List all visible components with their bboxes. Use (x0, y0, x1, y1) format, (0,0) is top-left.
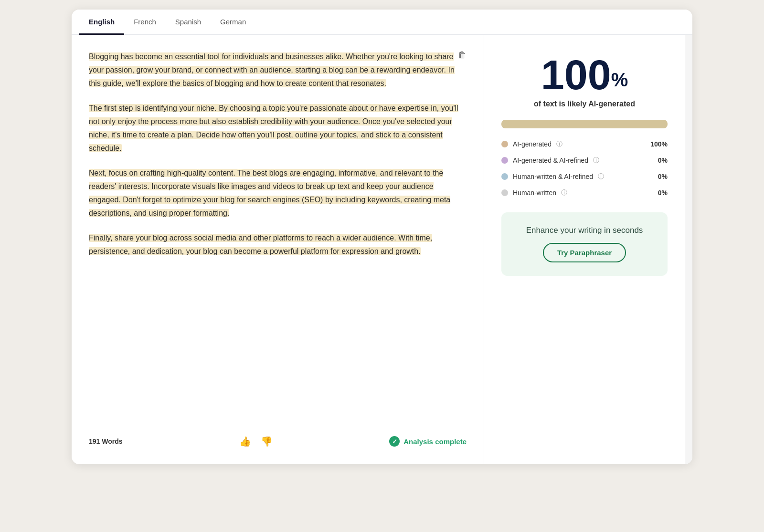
delete-icon[interactable]: 🗑 (458, 50, 467, 60)
main-container: English French Spanish German 🗑 Blogging… (72, 10, 692, 464)
stat-left-human-ai: Human-written & AI-refined ⓘ (501, 172, 604, 181)
tab-french[interactable]: French (124, 10, 166, 35)
human-ai-dot (501, 173, 508, 180)
stat-item-ai-generated: AI-generated ⓘ 100% (501, 140, 668, 148)
percentage-label: of text is likely AI-generated (501, 100, 668, 108)
word-count: 191 Words (89, 438, 123, 445)
ai-generated-value: 100% (650, 140, 668, 148)
tab-german[interactable]: German (211, 10, 255, 35)
ai-refined-dot (501, 157, 508, 164)
ai-refined-info-icon[interactable]: ⓘ (593, 156, 599, 165)
stat-item-human-ai: Human-written & AI-refined ⓘ 0% (501, 172, 668, 181)
stat-left-ai-refined: AI-generated & AI-refined ⓘ (501, 156, 599, 165)
left-footer: 191 Words 👍 👎 ✓ Analysis complete (89, 422, 467, 449)
stat-left-ai-generated: AI-generated ⓘ (501, 140, 562, 148)
stats-list: AI-generated ⓘ 100% AI-generated & AI-re… (501, 140, 668, 197)
analysis-label: Analysis complete (403, 438, 467, 446)
percentage-number: 100 (541, 51, 611, 98)
paragraph-3: Next, focus on crafting high-quality con… (89, 167, 467, 220)
try-paraphraser-button[interactable]: Try Paraphraser (543, 243, 626, 262)
human-label: Human-written (513, 189, 556, 197)
tab-english[interactable]: English (79, 10, 124, 35)
human-ai-info-icon[interactable]: ⓘ (598, 172, 604, 181)
stat-item-human: Human-written ⓘ 0% (501, 188, 668, 197)
human-info-icon[interactable]: ⓘ (561, 188, 567, 197)
check-circle-icon: ✓ (389, 436, 400, 447)
percentage-sign: % (611, 69, 628, 90)
ai-generated-info-icon[interactable]: ⓘ (556, 140, 562, 148)
tab-bar: English French Spanish German (72, 10, 692, 35)
right-edge-panel (685, 35, 692, 464)
human-ai-label: Human-written & AI-refined (513, 173, 593, 180)
main-body: 🗑 Blogging has become an essential tool … (72, 35, 692, 464)
percentage-display: 100% of text is likely AI-generated (501, 54, 668, 108)
highlighted-text-1: Blogging has become an essential tool fo… (89, 52, 455, 87)
enhance-box: Enhance your writing in seconds Try Para… (501, 212, 668, 276)
human-ai-value: 0% (658, 173, 668, 180)
thumbs-up-button[interactable]: 👍 (237, 434, 253, 449)
paragraph-2: The first step is identifying your niche… (89, 102, 467, 155)
ai-generated-label: AI-generated (513, 140, 552, 148)
paragraph-4: Finally, share your blog across social m… (89, 231, 467, 258)
highlighted-text-2: The first step is identifying your niche… (89, 104, 458, 152)
highlighted-text-4: Finally, share your blog across social m… (89, 234, 432, 255)
ai-generated-dot (501, 141, 508, 147)
human-dot (501, 189, 508, 196)
stat-item-ai-refined: AI-generated & AI-refined ⓘ 0% (501, 156, 668, 165)
ai-refined-label: AI-generated & AI-refined (513, 156, 588, 164)
text-area: 🗑 Blogging has become an essential tool … (89, 50, 467, 410)
left-panel: 🗑 Blogging has become an essential tool … (72, 35, 484, 464)
enhance-title: Enhance your writing in seconds (513, 226, 656, 235)
analysis-status: ✓ Analysis complete (389, 436, 467, 447)
thumbs-down-button[interactable]: 👎 (259, 434, 275, 449)
human-value: 0% (658, 189, 668, 197)
tab-spanish[interactable]: Spanish (166, 10, 211, 35)
paragraph-1: Blogging has become an essential tool fo… (89, 50, 467, 90)
right-panel: 100% of text is likely AI-generated AI-g… (484, 35, 685, 464)
ai-refined-value: 0% (658, 156, 668, 164)
feedback-buttons: 👍 👎 (237, 434, 275, 449)
highlighted-text-3: Next, focus on crafting high-quality con… (89, 169, 450, 217)
percentage-row: 100% (501, 54, 668, 96)
stat-left-human: Human-written ⓘ (501, 188, 567, 197)
progress-bar-fill (501, 120, 668, 128)
progress-bar-container (501, 120, 668, 128)
